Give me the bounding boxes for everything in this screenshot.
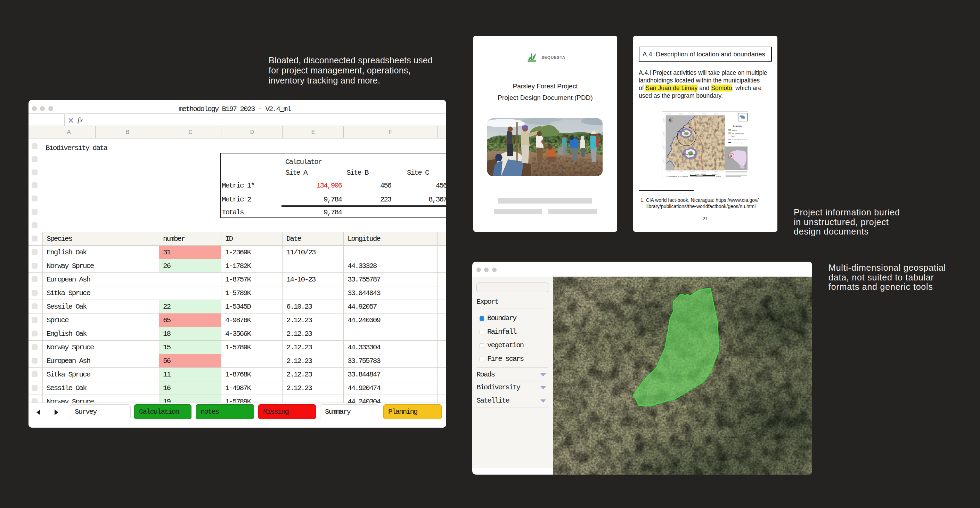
svg-text:540000: 540000 xyxy=(690,113,695,115)
svg-text:Limite internacional: Limite internacional xyxy=(732,142,745,144)
svg-text:12,000: 12,000 xyxy=(695,173,700,175)
svg-text:Honduras: Honduras xyxy=(677,131,685,133)
svg-text:540000: 540000 xyxy=(690,171,695,173)
svg-text:1450000: 1450000 xyxy=(663,145,665,150)
svg-text:560000: 560000 xyxy=(702,113,706,115)
svg-text:Meters: Meters xyxy=(716,176,721,177)
svg-text:Legenda: Legenda xyxy=(733,125,742,127)
svg-text:Rios: Rios xyxy=(732,136,735,137)
svg-text:1 centimeter = 3,300 meters: 1 centimeter = 3,300 meters xyxy=(666,176,688,177)
svg-text:24,000: 24,000 xyxy=(701,173,706,175)
svg-text:1430000: 1430000 xyxy=(663,159,665,164)
svg-text:Carretera Panamericana: Carretera Panamericana xyxy=(732,139,748,141)
svg-text:1490000: 1490000 xyxy=(663,118,665,123)
svg-text:Somoto: Somoto xyxy=(732,129,737,131)
svg-text:580000: 580000 xyxy=(714,171,718,173)
svg-text:520000: 520000 xyxy=(679,113,683,115)
svg-text:San Juan de Limay: San Juan de Limay xyxy=(732,133,745,134)
svg-text:1470000: 1470000 xyxy=(663,131,665,136)
svg-text:520000: 520000 xyxy=(679,171,683,173)
svg-text:580000: 580000 xyxy=(714,113,718,115)
svg-text:500000: 500000 xyxy=(667,171,671,173)
svg-text:Somoto: Somoto xyxy=(684,136,689,137)
svg-text:500000: 500000 xyxy=(667,113,671,115)
svg-text:48,000: 48,000 xyxy=(712,173,717,175)
svg-text:San Juan de Limay: San Juan de Limay xyxy=(681,153,696,155)
svg-text:560000: 560000 xyxy=(702,171,706,173)
svg-text:SEQUESTA: SEQUESTA xyxy=(541,55,565,59)
